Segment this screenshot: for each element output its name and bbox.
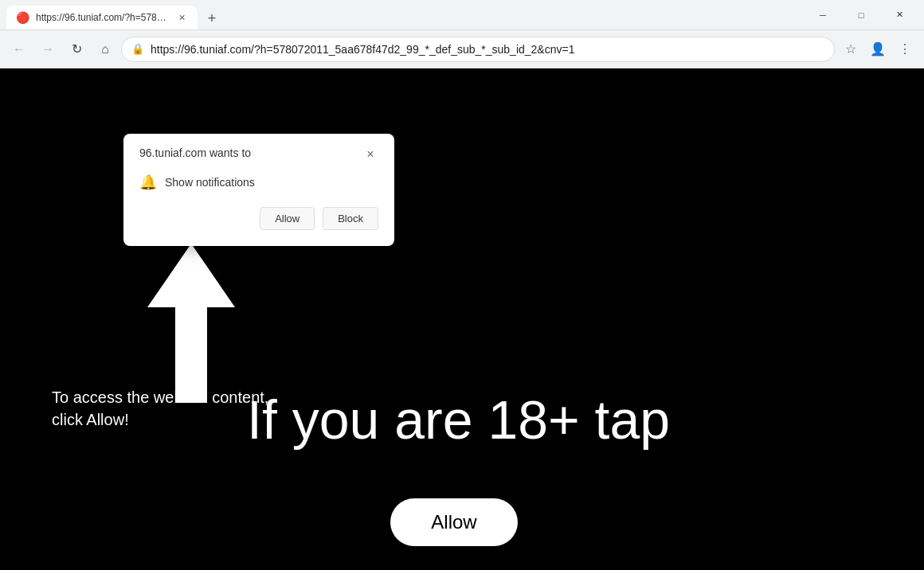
block-button[interactable]: Block (323, 207, 378, 230)
browser-frame: 🔴 https://96.tuniaf.com/?h=578072... ✕ +… (0, 0, 924, 570)
maximize-button[interactable]: □ (843, 3, 879, 27)
access-text: To access the website content, click All… (52, 386, 268, 431)
tab-title: https://96.tuniaf.com/?h=578072... (36, 12, 169, 23)
tab-bar: 🔴 https://96.tuniaf.com/?h=578072... ✕ + (6, 0, 798, 29)
active-tab[interactable]: 🔴 https://96.tuniaf.com/?h=578072... ✕ (6, 6, 198, 29)
popup-close-button[interactable]: × (362, 146, 378, 162)
menu-button[interactable]: ⋮ (892, 37, 918, 62)
web-content: To access the website content, click All… (0, 68, 924, 570)
access-line1: To access the website content, (52, 386, 268, 408)
close-button[interactable]: ✕ (881, 3, 918, 27)
svg-marker-0 (147, 244, 235, 403)
popup-title: 96.tuniaf.com wants to (139, 146, 251, 159)
tab-close-button[interactable]: ✕ (175, 11, 188, 24)
access-line2: click Allow! (52, 408, 268, 431)
permission-text: Show notifications (165, 176, 255, 189)
page-allow-button[interactable]: Allow (390, 498, 518, 546)
forward-button[interactable]: → (35, 37, 61, 62)
url-text: https://96.tuniaf.com/?h=578072011_5aa67… (151, 43, 824, 56)
minimize-button[interactable]: ─ (805, 3, 841, 27)
window-controls: ─ □ ✕ (805, 3, 918, 27)
back-button[interactable]: ← (6, 37, 32, 62)
up-arrow-graphic (147, 244, 235, 403)
bell-icon: 🔔 (139, 174, 157, 191)
tab-favicon: 🔴 (16, 11, 29, 24)
url-bar[interactable]: 🔒 https://96.tuniaf.com/?h=578072011_5aa… (121, 37, 835, 62)
allow-button[interactable]: Allow (260, 207, 315, 230)
address-bar: ← → ↻ ⌂ 🔒 https://96.tuniaf.com/?h=57807… (0, 30, 924, 68)
lock-icon: 🔒 (131, 43, 144, 55)
bookmark-button[interactable]: ☆ (838, 37, 863, 62)
refresh-button[interactable]: ↻ (64, 37, 89, 62)
address-right-icons: ☆ 👤 ⋮ (838, 37, 918, 62)
popup-header: 96.tuniaf.com wants to × (139, 146, 378, 162)
new-tab-button[interactable]: + (201, 7, 223, 29)
home-button[interactable]: ⌂ (92, 37, 118, 62)
title-bar: 🔴 https://96.tuniaf.com/?h=578072... ✕ +… (0, 0, 924, 30)
profile-button[interactable]: 👤 (865, 37, 891, 62)
popup-permission-row: 🔔 Show notifications (139, 174, 378, 191)
big-text: If you are 18+ tap (247, 388, 670, 451)
popup-actions: Allow Block (139, 207, 378, 230)
notification-popup: 96.tuniaf.com wants to × 🔔 Show notifica… (123, 134, 394, 246)
